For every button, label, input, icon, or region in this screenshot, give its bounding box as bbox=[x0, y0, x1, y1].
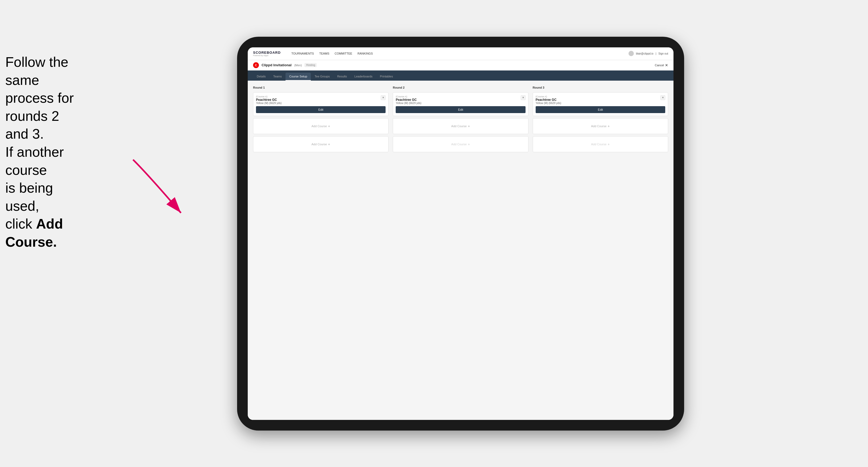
instruction-panel: Follow the same process for rounds 2 and… bbox=[5, 53, 80, 251]
round-3-card-header: (Course A) Peachtree GC Yellow (M) (6629… bbox=[536, 95, 665, 104]
instruction-line3: rounds 2 and 3. bbox=[5, 108, 59, 142]
scoreboard-logo: SCOREBOARD bbox=[253, 51, 281, 55]
round-2-column: Round 2 (Course A) Peachtree GC Yellow (… bbox=[393, 86, 528, 152]
round-1-add-course-label-2: Add Course + bbox=[312, 142, 330, 146]
round-2-course-name: Peachtree GC bbox=[396, 98, 421, 102]
tab-teams[interactable]: Teams bbox=[270, 73, 285, 81]
round-1-course-name: Peachtree GC bbox=[256, 98, 282, 102]
round-2-add-course-label-1: Add Course + bbox=[451, 124, 470, 128]
round-2-edit-button[interactable]: Edit bbox=[396, 106, 525, 113]
round-1-course-card: (Course A) Peachtree GC Yellow (M) (6629… bbox=[253, 92, 389, 116]
instruction-line2: process for bbox=[5, 90, 74, 106]
round-2-course-card: (Course A) Peachtree GC Yellow (M) (6629… bbox=[393, 92, 528, 116]
sub-header-left: C Clippd Invitational (Men) Hosting bbox=[253, 62, 317, 68]
rounds-grid: Round 1 (Course A) Peachtree GC Yellow (… bbox=[253, 86, 668, 152]
round-2-title: Round 2 bbox=[393, 86, 528, 89]
round-3-add-course-1[interactable]: Add Course + bbox=[533, 118, 668, 134]
round-2-delete-button[interactable]: ✕ bbox=[521, 95, 526, 100]
round-3-add-plus-2: + bbox=[608, 142, 610, 146]
round-1-card-header: (Course A) Peachtree GC Yellow (M) (6629… bbox=[256, 95, 385, 104]
nav-separator: | bbox=[656, 52, 656, 55]
tablet-screen: SCOREBOARD Powered by clippd TOURNAMENTS… bbox=[248, 48, 674, 420]
round-1-edit-button[interactable]: Edit bbox=[256, 106, 385, 113]
round-3-course-details: Yellow (M) (6629 yds) bbox=[536, 102, 561, 104]
tab-printables[interactable]: Printables bbox=[376, 73, 397, 81]
round-1-title: Round 1 bbox=[253, 86, 389, 89]
round-1-course-details: Yellow (M) (6629 yds) bbox=[256, 102, 282, 104]
user-email: blair@clippd.io bbox=[636, 52, 654, 55]
instruction-arrow bbox=[128, 154, 234, 234]
sub-header: C Clippd Invitational (Men) Hosting Canc… bbox=[248, 60, 674, 70]
nav-teams[interactable]: TEAMS bbox=[319, 51, 330, 56]
round-3-course-label: (Course A) bbox=[536, 95, 561, 98]
main-content: Round 1 (Course A) Peachtree GC Yellow (… bbox=[248, 81, 674, 420]
round-1-course-label: (Course A) bbox=[256, 95, 282, 98]
nav-committee[interactable]: COMMITTEE bbox=[335, 51, 352, 56]
round-2-add-course-1[interactable]: Add Course + bbox=[393, 118, 528, 134]
round-1-add-plus-2: + bbox=[328, 142, 330, 146]
user-avatar bbox=[628, 51, 634, 56]
round-2-course-label: (Course A) bbox=[396, 95, 421, 98]
round-2-add-plus-1: + bbox=[468, 124, 470, 128]
instruction-line1: Follow the same bbox=[5, 54, 68, 88]
hosting-badge: Hosting bbox=[304, 63, 317, 67]
round-3-add-course-label-2: Add Course + bbox=[591, 142, 610, 146]
tab-course-setup[interactable]: Course Setup bbox=[285, 73, 311, 81]
logo-area: SCOREBOARD Powered by clippd bbox=[253, 51, 281, 56]
round-3-add-course-2: Add Course + bbox=[533, 136, 668, 152]
logo-subtitle: Powered by clippd bbox=[253, 55, 281, 56]
nav-items: TOURNAMENTS TEAMS COMMITTEE RANKINGS bbox=[291, 51, 622, 56]
nav-tournaments[interactable]: TOURNAMENTS bbox=[291, 51, 314, 56]
round-2-add-plus-2: + bbox=[468, 142, 470, 146]
round-3-edit-button[interactable]: Edit bbox=[536, 106, 665, 113]
tab-tee-groups[interactable]: Tee Groups bbox=[311, 73, 333, 81]
instruction-line5: is being used, bbox=[5, 180, 53, 214]
round-1-add-course-2[interactable]: Add Course + bbox=[253, 136, 389, 152]
tab-results[interactable]: Results bbox=[333, 73, 351, 81]
round-3-add-course-label-1: Add Course + bbox=[591, 124, 610, 128]
round-3-course-card: (Course A) Peachtree GC Yellow (M) (6629… bbox=[533, 92, 668, 116]
round-3-title: Round 3 bbox=[533, 86, 668, 89]
instruction-line6-prefix: click bbox=[5, 216, 36, 231]
round-1-add-course-1[interactable]: Add Course + bbox=[253, 118, 389, 134]
tournament-type: (Men) bbox=[294, 64, 302, 67]
round-2-course-details: Yellow (M) (6629 yds) bbox=[396, 102, 421, 104]
cancel-x-icon: ✕ bbox=[665, 63, 668, 67]
round-1-add-plus-1: + bbox=[328, 124, 330, 128]
round-1-column: Round 1 (Course A) Peachtree GC Yellow (… bbox=[253, 86, 389, 152]
sign-out-link[interactable]: Sign out bbox=[658, 52, 668, 55]
top-nav: SCOREBOARD Powered by clippd TOURNAMENTS… bbox=[248, 48, 674, 60]
tablet-frame: SCOREBOARD Powered by clippd TOURNAMENTS… bbox=[237, 37, 684, 431]
instruction-line4: If another course bbox=[5, 144, 64, 178]
tournament-name: Clippd Invitational bbox=[261, 63, 292, 67]
nav-right: blair@clippd.io | Sign out bbox=[628, 51, 668, 56]
round-3-course-name: Peachtree GC bbox=[536, 98, 561, 102]
round-3-add-plus-1: + bbox=[608, 124, 610, 128]
round-3-column: Round 3 (Course A) Peachtree GC Yellow (… bbox=[533, 86, 668, 152]
round-2-card-header: (Course A) Peachtree GC Yellow (M) (6629… bbox=[396, 95, 525, 104]
tab-bar: Details Teams Course Setup Tee Groups Re… bbox=[248, 70, 674, 81]
round-1-add-course-label-1: Add Course + bbox=[312, 124, 330, 128]
round-1-delete-button[interactable]: ✕ bbox=[381, 95, 385, 100]
tab-details[interactable]: Details bbox=[253, 73, 270, 81]
cancel-button[interactable]: Cancel ✕ bbox=[655, 63, 668, 67]
clippd-logo: C bbox=[253, 62, 259, 68]
tab-leaderboards[interactable]: Leaderboards bbox=[351, 73, 376, 81]
round-3-delete-button[interactable]: ✕ bbox=[660, 95, 665, 100]
round-2-add-course-2: Add Course + bbox=[393, 136, 528, 152]
nav-rankings[interactable]: RANKINGS bbox=[358, 51, 373, 56]
round-2-add-course-label-2: Add Course + bbox=[451, 142, 470, 146]
